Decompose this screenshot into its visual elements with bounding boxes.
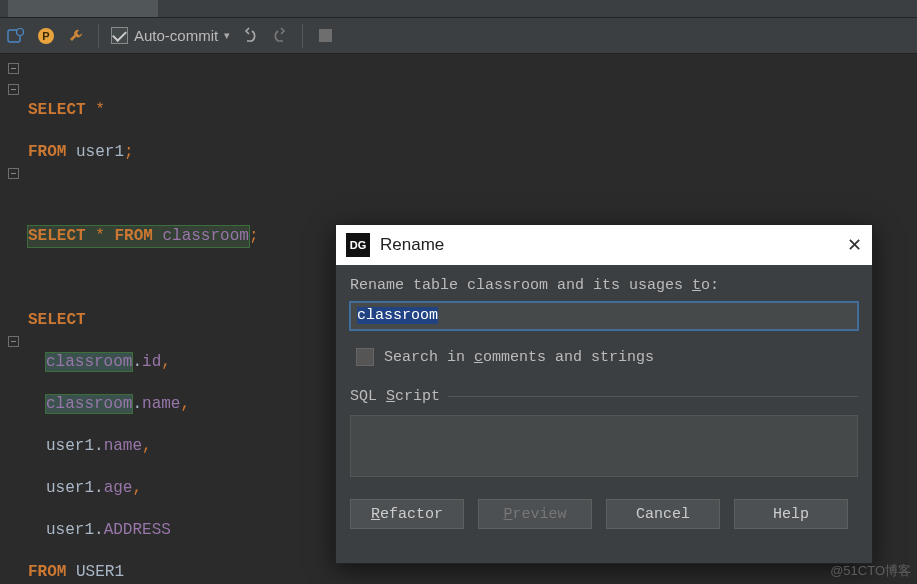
code-line: FROM USER1 xyxy=(28,562,917,583)
dialog-title: Rename xyxy=(380,235,444,255)
db-refresh-icon[interactable] xyxy=(6,26,26,46)
help-button[interactable]: Help xyxy=(734,499,848,529)
active-tab[interactable] xyxy=(8,0,158,17)
sql-script-label: SQL Script xyxy=(350,388,858,405)
close-icon[interactable]: ✕ xyxy=(847,234,862,256)
search-comments-row[interactable]: Search in comments and strings xyxy=(356,348,858,366)
cancel-button[interactable]: Cancel xyxy=(606,499,720,529)
wrench-icon[interactable] xyxy=(66,26,86,46)
rename-prompt: Rename table classroom and its usages to… xyxy=(350,277,858,294)
window-tab-strip xyxy=(0,0,917,18)
watermark: @51CTO博客 xyxy=(830,562,911,580)
fold-icon[interactable] xyxy=(8,63,19,74)
dialog-body: Rename table classroom and its usages to… xyxy=(336,265,872,539)
code-line xyxy=(28,184,917,205)
stop-icon[interactable] xyxy=(315,26,335,46)
code-line: SELECT * xyxy=(28,100,917,121)
chevron-down-icon[interactable]: ▾ xyxy=(224,29,230,42)
svg-point-1 xyxy=(17,28,24,35)
rename-input-selection: class xyxy=(357,307,402,324)
dialog-titlebar[interactable]: DG Rename ✕ xyxy=(336,225,872,265)
fold-icon[interactable] xyxy=(8,84,19,95)
rename-dialog: DG Rename ✕ Rename table classroom and i… xyxy=(335,224,873,564)
auto-commit-toggle[interactable]: Auto-commit ▾ xyxy=(111,27,230,44)
toolbar-separator xyxy=(98,24,99,48)
toolbar: P Auto-commit ▾ xyxy=(0,18,917,54)
app-badge-icon: DG xyxy=(346,233,370,257)
refactor-button[interactable]: Refactor xyxy=(350,499,464,529)
search-comments-label: Search in comments and strings xyxy=(384,349,654,366)
rename-input[interactable]: classroom xyxy=(350,302,858,330)
auto-commit-label: Auto-commit xyxy=(134,27,218,44)
dialog-buttons: Refactor Preview Cancel Help xyxy=(350,499,858,529)
sql-script-textarea[interactable] xyxy=(350,415,858,477)
toolbar-separator xyxy=(302,24,303,48)
redo-icon[interactable] xyxy=(270,26,290,46)
undo-icon[interactable] xyxy=(240,26,260,46)
code-line: FROM user1; xyxy=(28,142,917,163)
preview-button[interactable]: Preview xyxy=(478,499,592,529)
search-comments-checkbox[interactable] xyxy=(356,348,374,366)
auto-commit-checkbox[interactable] xyxy=(111,27,128,44)
svg-text:P: P xyxy=(42,30,49,42)
fold-icon[interactable] xyxy=(8,336,19,347)
p-badge-icon[interactable]: P xyxy=(36,26,56,46)
gutter xyxy=(4,58,22,352)
fold-icon[interactable] xyxy=(8,168,19,179)
